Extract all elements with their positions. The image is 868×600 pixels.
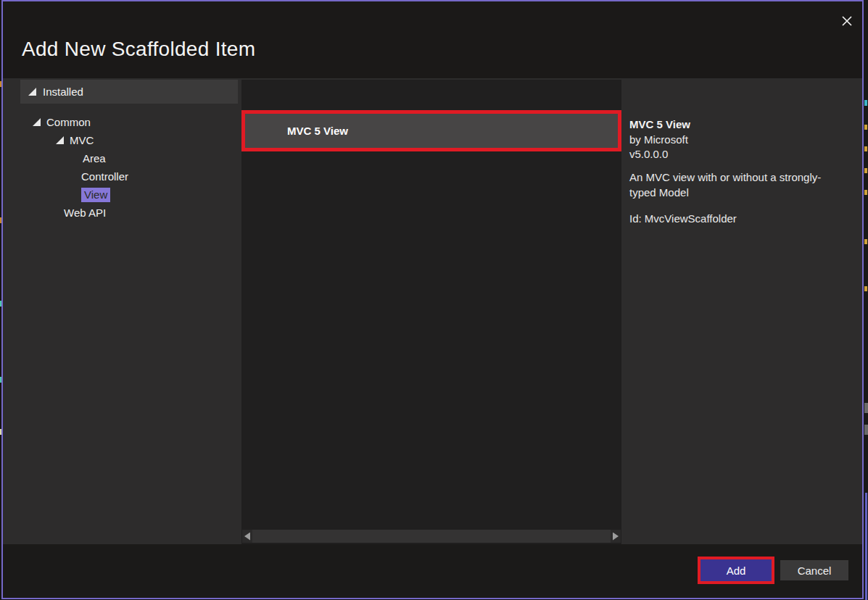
- scroll-left-arrow-glyph: [244, 533, 250, 541]
- background-artifact: [864, 190, 867, 195]
- tree-expanded-triangle-icon: [56, 136, 64, 144]
- background-artifact: [864, 100, 867, 106]
- dialog-title: Add New Scaffolded Item: [22, 38, 255, 61]
- details-description: An MVC view with or without a strongly-t…: [629, 170, 837, 200]
- tree-node-installed[interactable]: Installed: [20, 80, 238, 104]
- scroll-right-arrow-icon[interactable]: [611, 530, 621, 543]
- close-button[interactable]: [835, 10, 859, 33]
- background-artifact: [864, 403, 868, 413]
- dialog-footer: Add Cancel: [3, 544, 862, 598]
- scroll-left-arrow-icon[interactable]: [242, 530, 252, 543]
- background-artifact: [865, 493, 867, 600]
- tree-node-common[interactable]: Common: [33, 113, 91, 131]
- annotation-highlight-template: MVC 5 View: [241, 110, 621, 151]
- tree-node-label: Controller: [81, 170, 128, 183]
- template-item-label: MVC 5 View: [287, 125, 348, 137]
- tree-node-label: Area: [83, 152, 106, 164]
- scrollbar-thumb[interactable]: [252, 530, 611, 543]
- tree-expanded-triangle-icon: [28, 88, 36, 96]
- tree-node-label: Installed: [43, 86, 83, 98]
- tree-node-controller[interactable]: Controller: [81, 167, 128, 186]
- tree-node-label: Common: [46, 116, 91, 128]
- background-artifact: [864, 168, 867, 173]
- details-title: MVC 5 View: [629, 118, 690, 130]
- tree-node-view-selected[interactable]: View: [81, 186, 110, 204]
- background-artifact: [864, 239, 867, 244]
- details-id: Id: MvcViewScaffolder: [629, 212, 737, 225]
- annotation-highlight-add: Add: [698, 557, 774, 584]
- add-scaffold-dialog: Add New Scaffolded Item Installed Comm: [1, 0, 864, 599]
- template-list-item-mvc5view[interactable]: MVC 5 View: [245, 114, 618, 148]
- background-artifact: [864, 146, 867, 151]
- scroll-right-arrow-glyph: [613, 533, 619, 541]
- tree-node-web-api[interactable]: Web API: [64, 204, 106, 222]
- template-list: MVC 5 View: [241, 80, 621, 544]
- tree-node-mvc[interactable]: MVC: [56, 131, 94, 149]
- details-version: v5.0.0.0: [629, 148, 668, 160]
- tree-node-label: MVC: [70, 134, 94, 146]
- background-artifact: [864, 125, 867, 130]
- tree-node-label: Web API: [64, 207, 106, 219]
- dialog-header: Add New Scaffolded Item: [3, 1, 862, 78]
- tree-expanded-triangle-icon: [33, 118, 41, 126]
- details-author: by Microsoft: [629, 133, 688, 146]
- dialog-content: Installed Common MVC Area Controller V: [3, 78, 862, 544]
- background-window-sliver-right: [864, 0, 868, 600]
- tree-node-area[interactable]: Area: [83, 149, 106, 167]
- add-button[interactable]: Add: [700, 559, 772, 581]
- background-artifact: [864, 425, 868, 435]
- cancel-button[interactable]: Cancel: [780, 560, 848, 580]
- background-artifact: [864, 286, 867, 291]
- screen: Add New Scaffolded Item Installed Comm: [0, 0, 868, 600]
- close-icon: [841, 15, 853, 29]
- horizontal-scrollbar[interactable]: [242, 530, 621, 543]
- tree-node-label: View: [81, 188, 110, 202]
